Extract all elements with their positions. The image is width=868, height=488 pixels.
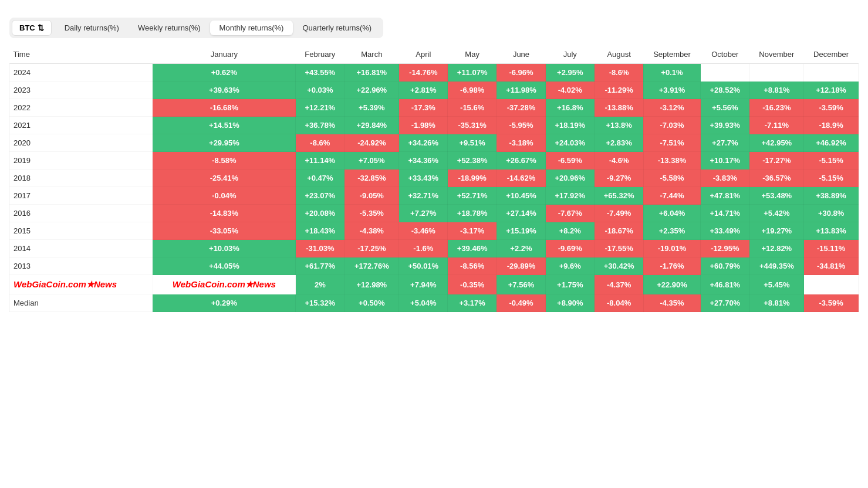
table-row: 2024+0.62%+43.55%+16.81%-14.76%+11.07%-6…	[10, 64, 859, 82]
data-cell: -7.03%	[643, 117, 700, 134]
tab-weekly[interactable]: Weekly returns(%)	[129, 21, 210, 35]
data-cell: +5.42%	[749, 205, 804, 222]
data-cell: +60.79%	[701, 257, 749, 275]
tab-daily[interactable]: Daily returns(%)	[55, 21, 129, 35]
data-cell: +27.14%	[497, 205, 545, 222]
data-cell: -8.6%	[296, 134, 345, 152]
data-cell: -1.98%	[399, 117, 448, 134]
col-header-december: December	[804, 45, 859, 64]
data-cell: -1.76%	[643, 257, 700, 275]
data-cell: +14.51%	[153, 117, 296, 134]
data-cell: -15.11%	[804, 240, 859, 257]
data-cell: -3.46%	[399, 222, 448, 240]
tab-bar: BTC ⇅ Daily returns(%) Weekly returns(%)…	[9, 18, 383, 38]
table-row: 2017-0.04%+23.07%-9.05%+32.71%+52.71%+10…	[10, 187, 859, 205]
data-cell: -14.62%	[497, 170, 545, 187]
data-cell: -9.05%	[345, 187, 399, 205]
data-cell: +0.03%	[296, 82, 345, 99]
data-cell: +8.90%	[546, 294, 595, 312]
data-cell: +50.01%	[399, 257, 448, 275]
data-cell: -17.27%	[749, 152, 804, 170]
year-cell: 2017	[10, 187, 153, 205]
table-row: 2021+14.51%+36.78%+29.84%-1.98%-35.31%-5…	[10, 117, 859, 134]
data-cell: +32.71%	[399, 187, 448, 205]
data-cell: +10.45%	[497, 187, 545, 205]
data-cell: -8.04%	[595, 294, 643, 312]
data-cell: +5.56%	[701, 99, 749, 117]
table-row: 2019-8.58%+11.14%+7.05%+34.36%+52.38%+26…	[10, 152, 859, 170]
table-row: Median+0.29%+15.32%+0.50%+5.04%+3.17%-0.…	[10, 294, 859, 312]
data-cell: -17.25%	[345, 240, 399, 257]
data-cell: +0.62%	[153, 64, 296, 82]
year-cell: 2024	[10, 64, 153, 82]
data-cell: -13.88%	[595, 99, 643, 117]
table-row: 2016-14.83%+20.08%-5.35%+7.27%+18.78%+27…	[10, 205, 859, 222]
data-cell: -5.58%	[643, 170, 700, 187]
data-cell: -19.01%	[643, 240, 700, 257]
data-cell: +0.50%	[345, 294, 399, 312]
data-cell: -35.31%	[448, 117, 497, 134]
data-cell: +33.49%	[701, 222, 749, 240]
col-header-october: October	[701, 45, 749, 64]
data-cell: -4.38%	[345, 222, 399, 240]
data-cell: +43.55%	[296, 64, 345, 82]
data-cell: +0.1%	[643, 64, 700, 82]
data-cell: +449.35%	[749, 257, 804, 275]
year-cell: 2020	[10, 134, 153, 152]
table-row: WebGiaCoin.com★NewsWebGiaCoin.com★News2%…	[10, 275, 859, 294]
data-cell: -18.67%	[595, 222, 643, 240]
data-cell: -14.83%	[153, 205, 296, 222]
data-cell: +33.43%	[399, 170, 448, 187]
col-header-june: June	[497, 45, 545, 64]
data-cell: -11.29%	[595, 82, 643, 99]
data-cell: -32.85%	[345, 170, 399, 187]
data-cell: -7.49%	[595, 205, 643, 222]
col-header-july: July	[546, 45, 595, 64]
coin-selector[interactable]: BTC ⇅	[12, 20, 52, 36]
data-cell: +30.8%	[804, 205, 859, 222]
data-cell: -24.92%	[345, 134, 399, 152]
data-cell: -1.6%	[399, 240, 448, 257]
data-cell: -7.67%	[546, 205, 595, 222]
col-header-september: September	[643, 45, 700, 64]
data-cell: +1.75%	[546, 275, 595, 294]
data-cell: +18.19%	[546, 117, 595, 134]
data-cell: +172.76%	[345, 257, 399, 275]
data-cell: +39.46%	[448, 240, 497, 257]
data-cell: -7.44%	[643, 187, 700, 205]
year-cell: 2022	[10, 99, 153, 117]
data-cell: +44.05%	[153, 257, 296, 275]
year-cell: 2014	[10, 240, 153, 257]
data-cell: -12.95%	[701, 240, 749, 257]
year-cell: 2019	[10, 152, 153, 170]
data-cell: -5.95%	[497, 117, 545, 134]
table-row: 2013+44.05%+61.77%+172.76%+50.01%-8.56%-…	[10, 257, 859, 275]
data-cell: +24.03%	[546, 134, 595, 152]
data-cell: +39.63%	[153, 82, 296, 99]
data-cell: -36.57%	[749, 170, 804, 187]
data-cell: -15.6%	[448, 99, 497, 117]
data-cell: +52.38%	[448, 152, 497, 170]
col-header-march: March	[345, 45, 399, 64]
year-cell: Median	[10, 294, 153, 312]
data-cell: +34.26%	[399, 134, 448, 152]
data-cell: +13.8%	[595, 117, 643, 134]
data-cell: +12.98%	[345, 275, 399, 294]
tab-quarterly[interactable]: Quarterly returns(%)	[293, 21, 381, 35]
data-cell: +29.84%	[345, 117, 399, 134]
tab-monthly[interactable]: Monthly returns(%)	[210, 21, 293, 35]
table-row: 2023+39.63%+0.03%+22.96%+2.81%-6.98%+11.…	[10, 82, 859, 99]
data-cell: -16.68%	[153, 99, 296, 117]
col-header-may: May	[448, 45, 497, 64]
col-header-april: April	[399, 45, 448, 64]
col-header-time: Time	[10, 45, 153, 64]
returns-table: TimeJanuaryFebruaryMarchAprilMayJuneJuly…	[9, 45, 859, 312]
data-cell: -5.35%	[345, 205, 399, 222]
data-cell: +7.05%	[345, 152, 399, 170]
data-cell: +12.82%	[749, 240, 804, 257]
data-cell: -33.05%	[153, 222, 296, 240]
data-cell: +19.27%	[749, 222, 804, 240]
year-cell: 2016	[10, 205, 153, 222]
data-cell: -25.41%	[153, 170, 296, 187]
data-cell: +0.47%	[296, 170, 345, 187]
